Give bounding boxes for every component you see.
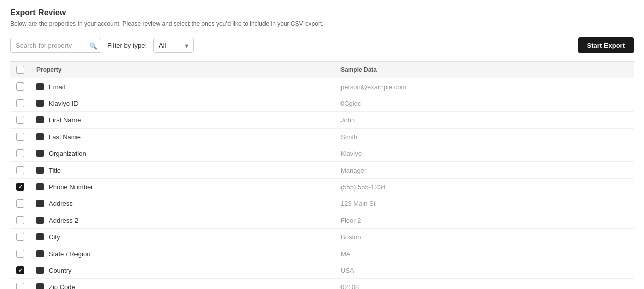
property-type-icon [36, 133, 44, 140]
page-title: Export Review [10, 8, 634, 17]
property-name: State / Region [49, 250, 90, 258]
property-type-icon [36, 100, 44, 107]
property-type-icon [36, 167, 44, 174]
table-row: OrganizationKlaviyo [10, 145, 634, 162]
filter-type-select[interactable]: All Text Number Boolean Date [153, 38, 194, 53]
sample-data: 123 Main St [340, 200, 375, 208]
property-type-icon [36, 233, 44, 240]
start-export-button[interactable]: Start Export [578, 37, 634, 53]
property-name: First Name [49, 116, 81, 124]
sample-data: USA [340, 267, 354, 274]
search-input[interactable] [10, 38, 101, 53]
table-row: Emailperson@example.com [10, 78, 634, 95]
table-row: Address 2Floor 2 [10, 212, 634, 229]
filter-label: Filter by type: [107, 42, 147, 49]
table-row: Phone Number(555) 555-1234 [10, 179, 634, 195]
property-name: Zip Code [49, 283, 75, 290]
sample-data: Boston [340, 233, 361, 241]
row-checkbox[interactable] [16, 233, 24, 241]
property-type-icon [36, 267, 44, 274]
sample-data: Floor 2 [340, 217, 361, 224]
table-row: Zip Code02108 [10, 279, 634, 290]
property-type-icon [36, 250, 44, 257]
toolbar: 🔍 Filter by type: All Text Number Boolea… [10, 37, 634, 53]
property-name: Address [49, 200, 73, 208]
select-all-checkbox[interactable] [16, 66, 24, 74]
table-row: Last NameSmith [10, 129, 634, 145]
row-checkbox[interactable] [16, 216, 24, 224]
row-checkbox[interactable] [16, 199, 24, 208]
sample-data: Klaviyo [340, 150, 362, 157]
sample-data: Manager [340, 167, 366, 174]
search-wrapper: 🔍 [10, 38, 101, 53]
row-checkbox[interactable] [16, 82, 24, 91]
table-row: Klaviyo ID0Cgidc [10, 95, 634, 112]
property-name: Country [49, 267, 72, 274]
sample-data: 02108 [340, 283, 359, 290]
property-type-icon [36, 217, 44, 224]
property-type-icon [36, 283, 44, 289]
table-row: CountryUSA [10, 262, 634, 279]
property-type-icon [36, 200, 44, 207]
table-row: Address123 Main St [10, 195, 634, 212]
property-name: Phone Number [49, 183, 93, 191]
row-checkbox[interactable] [16, 149, 24, 157]
sample-data: 0Cgidc [340, 100, 361, 107]
row-checkbox[interactable] [16, 266, 24, 274]
sample-data: Smith [340, 133, 357, 141]
property-type-icon [36, 183, 44, 190]
property-name: Klaviyo ID [49, 100, 79, 107]
row-checkbox[interactable] [16, 166, 24, 174]
row-checkbox[interactable] [16, 116, 24, 124]
sample-data: (555) 555-1234 [340, 183, 386, 191]
row-checkbox[interactable] [16, 99, 24, 107]
page-subtitle: Below are the properties in your account… [10, 20, 634, 27]
row-checkbox[interactable] [16, 250, 24, 258]
filter-select-wrapper: All Text Number Boolean Date ▼ [153, 38, 194, 53]
sample-data: person@example.com [340, 83, 406, 91]
property-name: City [49, 233, 60, 241]
property-type-icon [36, 83, 44, 90]
property-name: Title [49, 167, 61, 174]
sample-data: John [340, 116, 355, 124]
col-header-property: Property [30, 62, 334, 78]
page-container: Export Review Below are the properties i… [0, 0, 644, 289]
property-name: Email [49, 83, 65, 91]
properties-table: Property Sample Data Emailperson@example… [10, 61, 634, 289]
col-header-sample: Sample Data [334, 62, 634, 78]
row-checkbox[interactable] [16, 133, 24, 141]
table-row: CityBoston [10, 229, 634, 245]
property-type-icon [36, 150, 44, 157]
row-checkbox[interactable] [16, 283, 24, 289]
table-row: State / RegionMA [10, 245, 634, 262]
sample-data: MA [340, 250, 351, 258]
property-type-icon [36, 116, 44, 123]
property-name: Address 2 [49, 217, 79, 224]
property-name: Organization [49, 150, 86, 157]
property-name: Last Name [49, 133, 81, 141]
table-row: First NameJohn [10, 112, 634, 129]
table-row: TitleManager [10, 162, 634, 179]
row-checkbox[interactable] [16, 183, 24, 191]
